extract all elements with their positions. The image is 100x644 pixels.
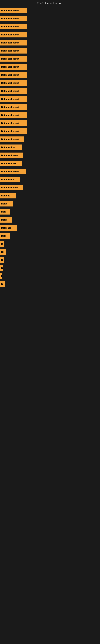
bottleneck-bar: Bo [0, 249, 6, 255]
bar-label: B [1, 259, 3, 261]
bottleneck-bar: Bottleneck res [0, 160, 22, 166]
bottleneck-bar: Bottleneck result [0, 120, 27, 126]
bar-label: B [1, 267, 3, 269]
bottleneck-bar: Bottleneck result [0, 56, 27, 62]
bar-label: Bottleneck result [1, 42, 19, 44]
bar-label: Bottleneck result [1, 17, 19, 20]
bar-row: Bottleneck result [0, 169, 100, 174]
bar-row: Bottleneck re [0, 144, 100, 150]
bar-row: Bottle [0, 217, 100, 222]
bar-label: B [1, 243, 3, 245]
bottleneck-bar: Bottleneck result [0, 24, 27, 30]
bar-row: Bottleneck result [0, 48, 100, 54]
bar-row: Bottleneck resu [0, 185, 100, 190]
bar-row: Bottleneck result [0, 96, 100, 102]
bottleneck-bar: B [0, 241, 4, 247]
bar-row: Bottleneck result [0, 112, 100, 118]
bar-label: Bottlene [1, 194, 10, 197]
bottleneck-bar: Bottlenec [0, 225, 17, 231]
bottleneck-bar: Bottlene [0, 193, 16, 198]
bar-row: Bottleneck result [0, 104, 100, 110]
bar-row: Bottleneck resu [0, 152, 100, 158]
bar-row: Bottleneck result [0, 128, 100, 134]
bottleneck-bar: Bottleneck result [0, 8, 27, 13]
bar-label: Bottleneck result [1, 9, 19, 12]
bar-row: Bo [0, 249, 100, 255]
bar-label: Bottleneck result [1, 114, 19, 116]
bottleneck-bar: Bottleneck result [0, 72, 27, 78]
bottleneck-bar: Bottleneck result [0, 128, 27, 134]
bar-row: Bottlenec [0, 225, 100, 231]
bottleneck-bar: Bott [0, 233, 10, 239]
bar-row: I [0, 273, 100, 279]
bar-row: Bottleneck result [0, 136, 100, 142]
bar-label: Bottleneck result [1, 34, 19, 36]
bar-label: Bo [1, 251, 4, 253]
bar-label: Bottleneck result [1, 58, 19, 60]
header: TheBottlenecker.com [0, 0, 100, 6]
bar-row: Bottler [0, 201, 100, 206]
bar-row: B [0, 257, 100, 263]
bottleneck-bar: Bottleneck result [0, 169, 26, 174]
bar-row: Bo [0, 281, 100, 287]
bar-label: Bottleneck result [1, 25, 19, 28]
bottleneck-bar: I [0, 273, 2, 279]
bar-label: Bottleneck res [1, 162, 16, 164]
bottleneck-bar: Bottle [0, 217, 12, 222]
bar-label: Bottleneck result [1, 138, 19, 140]
bar-label: Bottleneck result [1, 50, 19, 52]
bottleneck-bar: Bottleneck re [0, 144, 22, 150]
bar-label: Bottleneck r [1, 178, 14, 181]
bottleneck-bar: B [0, 257, 3, 263]
bar-label: Bottleneck result [1, 130, 19, 132]
bar-label: I [1, 275, 2, 277]
bar-row: Bottleneck result [0, 80, 100, 86]
bars-container: Bottleneck resultBottleneck resultBottle… [0, 6, 100, 292]
bottleneck-bar: Bottleneck result [0, 104, 27, 110]
bottleneck-bar: Bottleneck result [0, 32, 27, 38]
bottleneck-bar: Bottleneck result [0, 16, 27, 21]
bottleneck-bar: Bo [0, 281, 5, 287]
bar-label: Bottleneck result [1, 66, 19, 68]
bar-row: Bottleneck result [0, 72, 100, 78]
bar-row: Bottlene [0, 193, 100, 198]
bottleneck-bar: Bottler [0, 201, 13, 206]
bar-label: Bottleneck result [1, 170, 19, 173]
bottleneck-bar: B [0, 265, 3, 271]
bottleneck-bar: Bottleneck result [0, 64, 27, 70]
bar-row: Bottleneck r [0, 177, 100, 182]
bottleneck-bar: Bottleneck resu [0, 185, 23, 190]
bar-row: Bottleneck result [0, 120, 100, 126]
bar-row: Bott [0, 209, 100, 214]
bar-row: B [0, 265, 100, 271]
bar-row: Bottleneck result [0, 32, 100, 38]
bottleneck-bar: Bottleneck result [0, 80, 27, 86]
bottleneck-bar: Bottleneck resu [0, 152, 23, 158]
bar-label: Bott [1, 210, 6, 213]
bottleneck-bar: Bottleneck r [0, 177, 20, 182]
bottleneck-bar: Bottleneck result [0, 136, 24, 142]
bar-row: Bottleneck result [0, 8, 100, 13]
bottleneck-bar: Bottleneck result [0, 40, 27, 46]
bar-label: Bottleneck result [1, 98, 19, 100]
bar-label: Bottler [1, 202, 8, 205]
bar-row: Bott [0, 233, 100, 239]
bar-row: B [0, 241, 100, 247]
bar-label: Bott [1, 235, 6, 237]
bar-label: Bottleneck re [1, 146, 15, 148]
bar-row: Bottleneck result [0, 56, 100, 62]
bar-label: Bottleneck result [1, 74, 19, 76]
bar-label: Bottleneck result [1, 82, 19, 84]
bottleneck-bar: Bottleneck result [0, 48, 27, 54]
bar-label: Bottleneck result [1, 106, 19, 108]
bottleneck-bar: Bottleneck result [0, 112, 27, 118]
bar-label: Bottleneck result [1, 90, 19, 92]
bottleneck-bar: Bott [0, 209, 10, 214]
bar-label: Bottle [1, 218, 7, 221]
bar-label: Bottleneck result [1, 122, 19, 124]
bar-label: Bottleneck resu [1, 186, 18, 189]
bar-label: Bottlenec [1, 226, 11, 229]
bar-row: Bottleneck result [0, 16, 100, 21]
bar-row: Bottleneck result [0, 24, 100, 30]
bar-row: Bottleneck res [0, 160, 100, 166]
